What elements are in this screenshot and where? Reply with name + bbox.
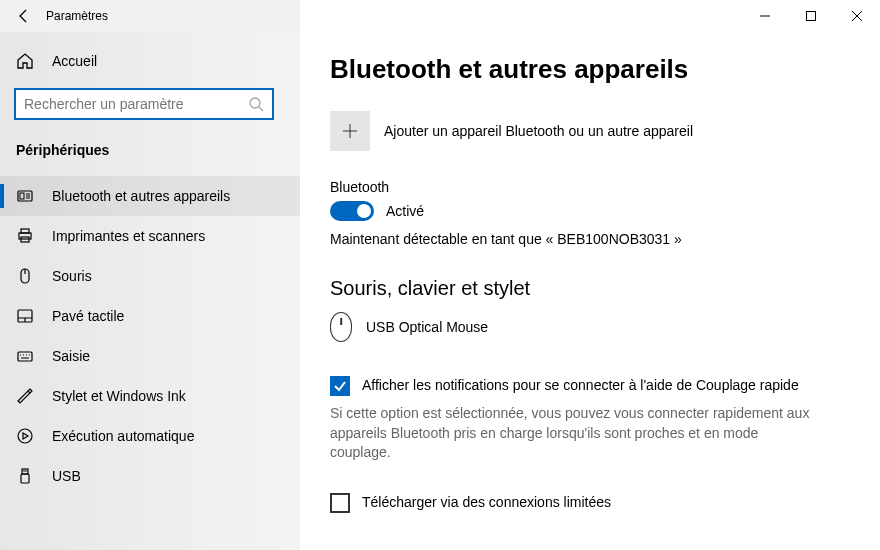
back-button[interactable] <box>16 8 32 24</box>
sidebar-item-printers[interactable]: Imprimantes et scanners <box>0 216 300 256</box>
sidebar-item-label: Saisie <box>52 348 90 364</box>
usb-icon <box>16 467 34 485</box>
svg-rect-11 <box>22 469 28 474</box>
pen-icon <box>16 387 34 405</box>
sidebar-item-label: Pavé tactile <box>52 308 124 324</box>
window-title: Paramètres <box>46 9 108 23</box>
sidebar-category: Périphériques <box>0 134 300 176</box>
minimize-button[interactable] <box>742 0 788 32</box>
swift-pair-checkbox[interactable] <box>330 376 350 396</box>
device-row[interactable]: USB Optical Mouse <box>330 312 840 342</box>
printer-icon <box>16 227 34 245</box>
swift-pair-help: Si cette option est sélectionnée, vous p… <box>330 404 810 463</box>
search-input[interactable] <box>14 88 274 120</box>
sidebar-item-typing[interactable]: Saisie <box>0 336 300 376</box>
add-device-button[interactable]: Ajouter un appareil Bluetooth ou un autr… <box>330 111 840 151</box>
add-device-label: Ajouter un appareil Bluetooth ou un autr… <box>384 123 693 139</box>
swift-pair-label: Afficher les notifications pour se conne… <box>362 376 799 396</box>
close-button[interactable] <box>834 0 880 32</box>
plus-icon <box>330 111 370 151</box>
svg-rect-5 <box>21 229 29 233</box>
home-label: Accueil <box>52 53 97 69</box>
home-link[interactable]: Accueil <box>0 42 300 80</box>
mouse-icon <box>16 267 34 285</box>
metered-checkbox[interactable] <box>330 493 350 513</box>
maximize-button[interactable] <box>788 0 834 32</box>
sidebar-item-bluetooth[interactable]: Bluetooth et autres appareils <box>0 176 300 216</box>
mouse-device-icon <box>330 312 352 342</box>
keyboard-icon <box>16 347 34 365</box>
main-content: Bluetooth et autres appareils Ajouter un… <box>300 32 880 550</box>
sidebar-item-label: USB <box>52 468 81 484</box>
svg-rect-9 <box>18 352 32 361</box>
titlebar: Paramètres <box>0 0 880 32</box>
svg-point-1 <box>250 98 260 108</box>
svg-rect-0 <box>807 12 816 21</box>
bluetooth-state: Activé <box>386 203 424 219</box>
svg-rect-12 <box>21 474 29 483</box>
home-icon <box>16 52 34 70</box>
discoverable-text: Maintenant détectable en tant que « BEB1… <box>330 231 840 247</box>
autoplay-icon <box>16 427 34 445</box>
sidebar-item-label: Imprimantes et scanners <box>52 228 205 244</box>
sidebar-item-touchpad[interactable]: Pavé tactile <box>0 296 300 336</box>
mouse-section-heading: Souris, clavier et stylet <box>330 277 840 300</box>
search-field[interactable] <box>24 96 248 112</box>
sidebar: Accueil Périphériques Bluetooth et autre… <box>0 32 300 550</box>
device-name: USB Optical Mouse <box>366 319 488 335</box>
sidebar-item-autoplay[interactable]: Exécution automatique <box>0 416 300 456</box>
sidebar-item-label: Stylet et Windows Ink <box>52 388 186 404</box>
metered-label: Télécharger via des connexions limitées <box>362 493 611 512</box>
sidebar-item-label: Souris <box>52 268 92 284</box>
svg-point-10 <box>18 429 32 443</box>
bluetooth-devices-icon <box>16 187 34 205</box>
sidebar-item-pen[interactable]: Stylet et Windows Ink <box>0 376 300 416</box>
search-icon <box>248 96 264 112</box>
svg-rect-3 <box>20 193 24 199</box>
sidebar-item-label: Exécution automatique <box>52 428 194 444</box>
sidebar-item-mouse[interactable]: Souris <box>0 256 300 296</box>
bluetooth-label: Bluetooth <box>330 179 840 195</box>
touchpad-icon <box>16 307 34 325</box>
sidebar-item-usb[interactable]: USB <box>0 456 300 496</box>
page-title: Bluetooth et autres appareils <box>330 54 840 85</box>
bluetooth-toggle[interactable] <box>330 201 374 221</box>
sidebar-item-label: Bluetooth et autres appareils <box>52 188 230 204</box>
sidebar-nav: Bluetooth et autres appareils Imprimante… <box>0 176 300 496</box>
